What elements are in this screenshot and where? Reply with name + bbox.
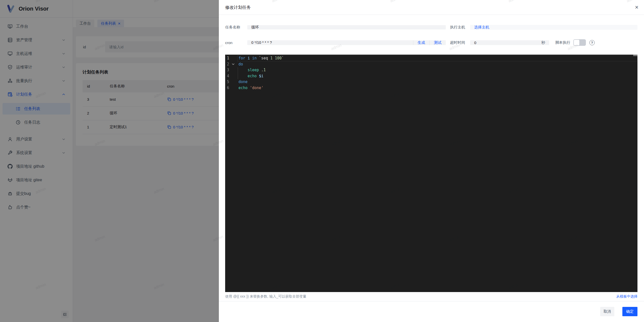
line-number: 1 <box>225 55 229 61</box>
modal-body: 任务名称 执行主机 选择主机 cron 生成 测试 <box>219 23 644 301</box>
code-text: sleep .1 <box>238 67 266 73</box>
host-selector-box: 选择主机 <box>470 25 637 30</box>
timeout-input-box: 秒 <box>470 40 549 45</box>
parameter-hint: 使用 @{{ xxx }} 来替换参数, 输入_可以获取全部变量 <box>225 294 306 299</box>
code-text: done <box>238 79 248 85</box>
timeout-label: 超时时间 <box>450 40 470 45</box>
code-line: 1for i in `seq 1 100` <box>225 55 637 61</box>
line-number: 6 <box>225 85 229 91</box>
code-text: do <box>238 61 243 67</box>
modal-footer: 取消 确定 <box>219 301 644 316</box>
timeout-input[interactable] <box>474 41 541 45</box>
editor-scrollbar-thumb[interactable] <box>633 55 637 56</box>
close-icon[interactable]: × <box>635 4 638 10</box>
fold-chevron-icon[interactable] <box>229 61 238 67</box>
test-cron-button[interactable]: 测试 <box>430 40 446 45</box>
ok-button[interactable]: 确定 <box>622 307 637 316</box>
help-icon[interactable]: ? <box>589 40 595 45</box>
form-row-name-host: 任务名称 执行主机 选择主机 <box>225 23 637 32</box>
code-text: for i in `seq 1 100` <box>238 55 284 61</box>
gutter-spacer <box>229 55 238 61</box>
modal-header: 修改计划任务 × <box>219 0 644 15</box>
select-host-link[interactable]: 选择主机 <box>474 25 489 30</box>
script-exec-label: 脚本执行 <box>555 40 573 45</box>
gutter-spacer <box>229 85 238 91</box>
cancel-button[interactable]: 取消 <box>600 307 614 316</box>
gutter-spacer <box>229 79 238 85</box>
select-from-template-link[interactable]: 从模板中选择 <box>616 294 637 299</box>
gutter-spacer <box>229 67 238 73</box>
code-text: echo $i <box>238 73 263 79</box>
cron-input[interactable] <box>247 40 413 45</box>
edit-task-modal: 修改计划任务 × 任务名称 执行主机 选择主机 cron 生成 <box>219 0 644 322</box>
line-number: 5 <box>225 79 229 85</box>
cron-label: cron <box>225 41 247 45</box>
code-text: echo 'done' <box>238 85 263 91</box>
script-exec-toggle[interactable] <box>573 39 586 46</box>
gutter-spacer <box>229 73 238 79</box>
code-line: 4 echo $i <box>225 73 637 79</box>
line-number: 4 <box>225 73 229 79</box>
toggle-knob <box>574 40 579 45</box>
script-code-editor[interactable]: 1for i in `seq 1 100`2do3 sleep .14 echo… <box>225 55 637 292</box>
code-line: 2do <box>225 61 637 67</box>
task-name-input[interactable] <box>247 25 446 29</box>
modal-title: 修改计划任务 <box>225 5 251 10</box>
line-number: 3 <box>225 67 229 73</box>
form-row-cron-timeout: cron 生成 测试 超时时间 秒 脚本执行 <box>225 38 637 47</box>
exec-host-label: 执行主机 <box>450 25 470 30</box>
generate-cron-button[interactable]: 生成 <box>413 40 429 45</box>
cron-input-group: 生成 测试 <box>247 40 446 45</box>
code-line: 3 sleep .1 <box>225 67 637 73</box>
code-line: 6echo 'done' <box>225 85 637 91</box>
hint-row: 使用 @{{ xxx }} 来替换参数, 输入_可以获取全部变量 从模板中选择 <box>225 294 637 301</box>
code-line: 5done <box>225 79 637 85</box>
task-name-label: 任务名称 <box>225 25 247 30</box>
timeout-unit: 秒 <box>541 40 545 45</box>
line-number: 2 <box>225 61 229 67</box>
